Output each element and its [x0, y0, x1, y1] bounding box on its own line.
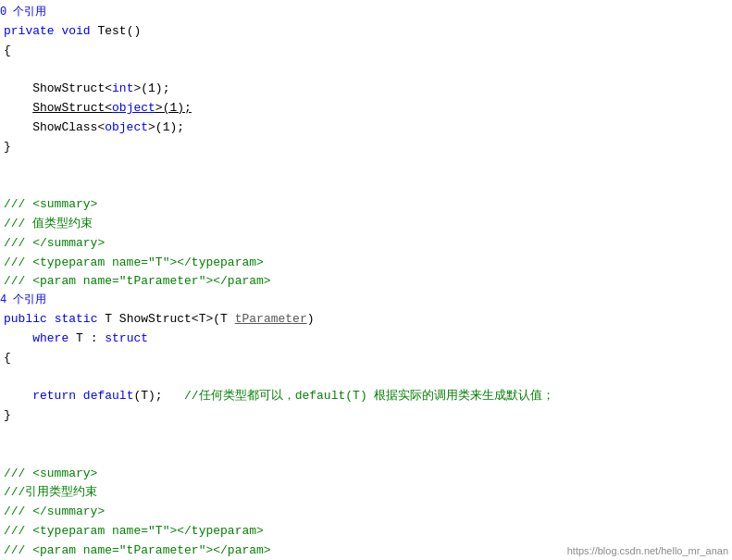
blank-2	[0, 176, 732, 195]
code-text: private void Test()	[0, 22, 141, 42]
code-text: /// <param name="tParameter"></param>	[0, 272, 271, 292]
code-line-method: private void Test()	[0, 22, 732, 42]
watermark: https://blog.csdn.net/hello_mr_anan	[567, 545, 728, 556]
code-text: /// <typeparam name="T"></typeparam>	[0, 254, 264, 273]
code-text: public static T ShowStruct<T>(T tParamet…	[0, 310, 315, 330]
code-text: /// </summary>	[0, 503, 105, 522]
code-text: /// <typeparam name="T"></typeparam>	[0, 522, 264, 541]
code-text: /// <summary>	[0, 465, 97, 484]
code-line-showstruct-object: ShowStruct<object>(1);	[0, 99, 732, 118]
code-text: where T : struct	[0, 330, 148, 349]
code-text: ShowStruct<object>(1);	[0, 99, 192, 118]
doc-comment-summary-open-2: /// <summary>	[0, 465, 732, 484]
ref-count-2: 4 个引用	[0, 292, 46, 309]
doc-comment-typeparam-2: /// <typeparam name="T"></typeparam>	[0, 522, 732, 541]
ref-count-line-2: 4 个引用	[0, 292, 732, 310]
code-text: /// <param name="tParameter"></param>	[0, 541, 271, 560]
code-text: /// 值类型约束	[0, 215, 93, 234]
ref-count-line-1: 0 个引用	[0, 4, 732, 22]
blank-3	[0, 368, 732, 388]
code-text: /// <summary>	[0, 195, 97, 215]
code-line-showstruct-sig: public static T ShowStruct<T>(T tParamet…	[0, 310, 732, 330]
code-text: ShowStruct<int>(1);	[0, 80, 169, 99]
doc-comment-param-1: /// <param name="tParameter"></param>	[0, 272, 732, 292]
code-line-brace-close-1: }	[0, 138, 732, 157]
code-text: return default(T); //任何类型都可以，default(T) …	[0, 387, 554, 406]
code-line-brace-open-2: {	[0, 349, 732, 368]
code-text: ///引用类型约束	[0, 483, 97, 503]
code-line-return-1: return default(T); //任何类型都可以，default(T) …	[0, 387, 732, 406]
code-line-showstruct-int: ShowStruct<int>(1);	[0, 80, 732, 99]
code-text: {	[0, 349, 11, 368]
code-line-brace-open: {	[0, 42, 732, 61]
doc-comment-title-2: ///引用类型约束	[0, 483, 732, 503]
code-text: ShowClass<object>(1);	[0, 118, 184, 138]
code-container: 0 个引用 private void Test() { ShowStruct<i…	[0, 0, 732, 560]
code-text: /// </summary>	[0, 234, 105, 254]
doc-comment-summary-open-1: /// <summary>	[0, 195, 732, 215]
ref-count-1: 0 个引用	[0, 4, 46, 21]
code-line-brace-close-2: }	[0, 406, 732, 426]
doc-comment-title-1: /// 值类型约束	[0, 215, 732, 234]
code-line-where-struct: where T : struct	[0, 330, 732, 349]
code-line-blank1	[0, 61, 732, 81]
code-text: }	[0, 406, 11, 426]
blank-1	[0, 157, 732, 177]
code-text: {	[0, 42, 11, 61]
doc-comment-summary-close-2: /// </summary>	[0, 503, 732, 522]
doc-comment-typeparam-1: /// <typeparam name="T"></typeparam>	[0, 254, 732, 273]
doc-comment-summary-close-1: /// </summary>	[0, 234, 732, 254]
code-line-showclass-object: ShowClass<object>(1);	[0, 118, 732, 138]
code-text: }	[0, 138, 11, 157]
blank-4	[0, 426, 732, 445]
blank-5	[0, 445, 732, 465]
